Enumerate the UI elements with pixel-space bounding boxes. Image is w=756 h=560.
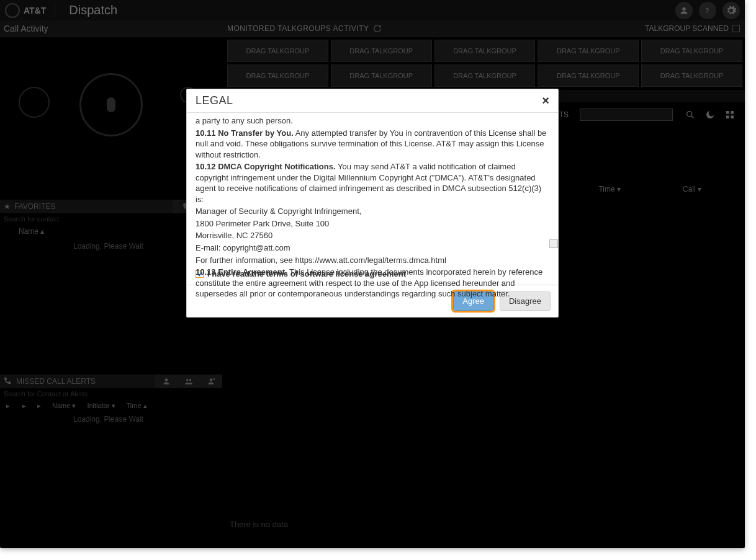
legal-clause-10-11: 10.11 No Transfer by You. Any attempted … bbox=[196, 128, 549, 161]
svg-rect-5 bbox=[731, 111, 734, 114]
no-data-message: There is no data bbox=[230, 520, 288, 529]
modal-title: LEGAL bbox=[196, 94, 233, 107]
ptt-main-button[interactable] bbox=[79, 73, 143, 136]
help-icon[interactable]: ? bbox=[699, 2, 716, 19]
subheader: Call Activity MONITORED TALKGROUPS ACTIV… bbox=[0, 20, 745, 37]
legal-modal: LEGAL × a party to any such person. 10.1… bbox=[186, 89, 559, 318]
clause-title: 10.13 Entire Agreement. bbox=[196, 267, 287, 277]
microphone-icon bbox=[107, 97, 115, 112]
favorites-title: FAVORITES bbox=[14, 202, 55, 211]
col-time[interactable]: Time ▾ bbox=[598, 185, 621, 197]
missed-col-exp3[interactable]: ▸ bbox=[37, 402, 41, 410]
legal-address-line: For further information, see https://www… bbox=[196, 255, 549, 266]
gear-icon[interactable] bbox=[722, 2, 740, 19]
missed-col-time[interactable]: Time ▴ bbox=[127, 402, 147, 410]
app-title: Dispatch bbox=[69, 3, 117, 17]
svg-point-10 bbox=[189, 379, 192, 381]
brand-zone: AT&T bbox=[5, 3, 55, 18]
phone-missed-icon bbox=[4, 377, 12, 386]
missed-action-3[interactable] bbox=[200, 375, 222, 388]
legal-fragment: a party to any such person. bbox=[196, 115, 549, 127]
close-icon[interactable]: × bbox=[542, 94, 549, 108]
monitored-label: MONITORED TALKGROUPS ACTIVITY bbox=[227, 24, 382, 33]
modal-body: a party to any such person. 10.11 No Tra… bbox=[187, 113, 558, 268]
svg-rect-6 bbox=[726, 115, 729, 118]
missed-loading: Loading, Please Wait bbox=[0, 412, 222, 424]
contacts-search-input[interactable] bbox=[580, 109, 673, 121]
svg-text:?: ? bbox=[705, 6, 709, 14]
clause-title: 10.12 DMCA Copyright Notifications. bbox=[196, 162, 336, 171]
svg-point-2 bbox=[687, 112, 692, 117]
missed-calls-panel: MISSED CALL ALERTS Search for Contact or… bbox=[0, 375, 222, 424]
missed-col-exp1[interactable]: ▸ bbox=[6, 402, 11, 410]
missed-action-1[interactable] bbox=[155, 375, 178, 388]
svg-point-9 bbox=[186, 379, 189, 381]
talkgroup-slot[interactable]: DRAG TALKGROUP bbox=[227, 64, 328, 87]
missed-col-initiator[interactable]: Initiator ▾ bbox=[87, 402, 115, 410]
talkgroup-slot[interactable]: DRAG TALKGROUP bbox=[434, 40, 536, 62]
talkgroup-slot[interactable]: DRAG TALKGROUP bbox=[538, 64, 639, 87]
grid-icon[interactable] bbox=[724, 109, 736, 121]
svg-point-11 bbox=[210, 378, 213, 381]
missed-col-exp2[interactable]: ▸ bbox=[22, 402, 26, 410]
monitored-text: MONITORED TALKGROUPS ACTIVITY bbox=[227, 24, 369, 33]
search-icon[interactable] bbox=[684, 109, 696, 121]
call-activity-label: Call Activity bbox=[0, 20, 222, 37]
legal-address-line: Manager of Security & Copyright Infringe… bbox=[196, 206, 549, 217]
talkgroup-slot[interactable]: DRAG TALKGROUP bbox=[227, 40, 328, 62]
globe-icon bbox=[5, 3, 20, 18]
moon-icon[interactable] bbox=[704, 109, 716, 121]
missed-action-2[interactable] bbox=[178, 375, 200, 388]
scroll-thumb[interactable] bbox=[549, 239, 558, 248]
header: AT&T Dispatch ? bbox=[0, 0, 745, 20]
brand-text: AT&T bbox=[24, 6, 46, 16]
star-icon: ★ bbox=[4, 202, 11, 211]
scanner-text: TALKGROUP SCANNED bbox=[645, 24, 729, 33]
talkgroup-slot[interactable]: DRAG TALKGROUP bbox=[331, 40, 432, 62]
missed-title: MISSED CALL ALERTS bbox=[16, 377, 96, 386]
svg-rect-4 bbox=[726, 111, 729, 114]
talkgroup-slot[interactable]: DRAG TALKGROUP bbox=[331, 64, 432, 87]
missed-col-name[interactable]: Name ▾ bbox=[52, 402, 76, 410]
scanner-label: TALKGROUP SCANNED bbox=[645, 24, 740, 33]
refresh-icon[interactable] bbox=[373, 24, 382, 33]
col-call[interactable]: Call ▾ bbox=[683, 185, 701, 197]
talkgroup-grid: DRAG TALKGROUP DRAG TALKGROUP DRAG TALKG… bbox=[225, 37, 745, 89]
clause-title: 10.11 No Transfer by You. bbox=[196, 128, 294, 138]
missed-columns: ▸ ▸ ▸ Name ▾ Initiator ▾ Time ▴ bbox=[0, 399, 222, 412]
modal-header: LEGAL × bbox=[187, 89, 558, 113]
talkgroup-slot[interactable]: DRAG TALKGROUP bbox=[641, 64, 742, 87]
missed-search-input[interactable]: Search for Contact or Alerts bbox=[0, 388, 222, 399]
ptt-small-icon[interactable] bbox=[19, 87, 50, 118]
scanner-toggle[interactable] bbox=[732, 25, 740, 32]
legal-address-line: 1800 Perimeter Park Drive, Suite 100 bbox=[196, 218, 549, 229]
talkgroup-slot[interactable]: DRAG TALKGROUP bbox=[538, 40, 639, 62]
svg-point-0 bbox=[682, 7, 685, 10]
talkgroup-slot[interactable]: DRAG TALKGROUP bbox=[434, 64, 536, 87]
talkgroup-slot[interactable]: DRAG TALKGROUP bbox=[641, 40, 742, 62]
svg-rect-7 bbox=[731, 115, 734, 118]
svg-point-8 bbox=[165, 378, 168, 381]
svg-line-3 bbox=[691, 116, 694, 118]
user-icon[interactable] bbox=[675, 2, 693, 19]
legal-clause-10-13: 10.13 Entire Agreement. This License inc… bbox=[196, 267, 549, 300]
legal-clause-10-12: 10.12 DMCA Copyright Notifications. You … bbox=[196, 161, 549, 205]
legal-address-line: E-mail: copyright@att.com bbox=[196, 242, 549, 254]
legal-address-line: Morrisville, NC 27560 bbox=[196, 230, 549, 241]
